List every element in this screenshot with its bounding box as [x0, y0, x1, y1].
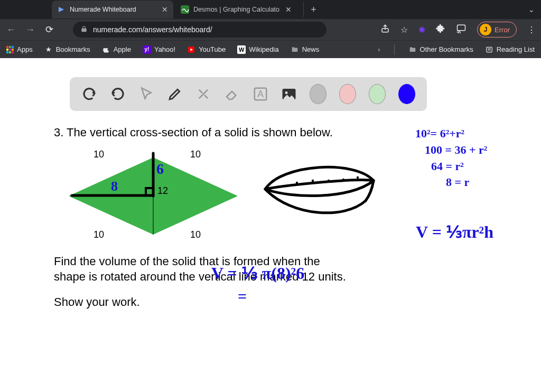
bookmark-label: Wikipedia — [249, 45, 278, 53]
svg-point-18 — [312, 179, 314, 181]
svg-point-12 — [285, 91, 288, 94]
cast-icon[interactable] — [456, 24, 467, 35]
svg-point-19 — [328, 179, 330, 181]
image-tool[interactable] — [281, 85, 297, 103]
calc-line: 10²= 6²+r² — [415, 126, 537, 142]
apple-icon — [102, 45, 110, 54]
bookmark-label: Other Bookmarks — [420, 45, 473, 53]
calc-line: 8 = r — [446, 174, 537, 191]
calc-line: 64 = r² — [431, 158, 537, 175]
apps-label: Apps — [17, 45, 33, 53]
tab-desmos[interactable]: Desmos | Graphing Calculato ✕ — [175, 1, 297, 18]
profile-error-pill[interactable]: J Error — [477, 22, 517, 38]
problem-title-text: The vertical cross-section of a solid is… — [67, 126, 333, 139]
volume-plugged: V = ⅓ π(8)²6 — [211, 263, 304, 283]
folder-icon — [408, 45, 417, 54]
text-tool[interactable]: A — [253, 85, 268, 103]
extensions-icon[interactable] — [436, 24, 445, 35]
eraser-tool[interactable] — [224, 85, 240, 103]
divider — [394, 44, 395, 55]
browser-chrome: Numerade Whiteboard ✕ Desmos | Graphing … — [0, 0, 541, 58]
svg-point-21 — [357, 176, 359, 178]
diagonal-label: 12 — [157, 185, 168, 197]
desmos-favicon — [181, 5, 189, 14]
svg-text:A: A — [257, 89, 264, 99]
profile-status: Error — [495, 26, 510, 34]
bookmark-wikipedia[interactable]: W Wikipedia — [237, 45, 278, 54]
bookmark-label: Yahoo! — [154, 45, 175, 53]
whiteboard-toolbar: A — [70, 77, 427, 111]
star-icon[interactable]: ☆ — [400, 25, 408, 35]
other-bookmarks[interactable]: Other Bookmarks — [408, 45, 473, 54]
list-icon — [485, 45, 493, 54]
numerade-favicon — [57, 5, 66, 14]
forward-button[interactable]: → — [24, 24, 36, 35]
tabs-overflow-button[interactable]: ⌄ — [528, 5, 535, 14]
settings-tool[interactable] — [195, 85, 211, 103]
tab-title: Desmos | Graphing Calculato — [193, 6, 279, 13]
redo-button[interactable] — [110, 85, 126, 103]
problem-number: 3. — [54, 126, 63, 139]
color-pink[interactable] — [339, 84, 356, 104]
apps-icon — [6, 46, 14, 53]
bookmark-label: YouTube — [199, 45, 226, 53]
rhombus-figure — [63, 151, 243, 241]
problem-title: 3. The vertical cross-section of a solid… — [54, 125, 424, 141]
side-calculations: 10²= 6²+r² 100 = 36 + r² 64 = r² 8 = r — [415, 126, 537, 210]
lock-icon — [80, 25, 88, 34]
hand-six: 6 — [156, 161, 164, 178]
apps-button[interactable]: Apps — [6, 45, 33, 53]
youtube-icon — [187, 45, 195, 54]
bookmark-yahoo[interactable]: y! Yahoo! — [143, 45, 175, 54]
tab-numerade[interactable]: Numerade Whiteboard ✕ — [52, 1, 173, 18]
problem-block: 3. The vertical cross-section of a solid… — [54, 125, 424, 315]
back-button[interactable]: ← — [5, 24, 17, 35]
sketch-bicone — [255, 148, 387, 227]
equals-line: = — [238, 287, 247, 305]
kebab-menu-icon[interactable]: ⋮ — [527, 25, 536, 35]
browser-toolbar: ← → ⟳ numerade.com/answers/whiteboard/ ☆… — [0, 19, 541, 40]
cursor-tool[interactable] — [138, 85, 154, 103]
color-blue[interactable] — [398, 84, 415, 104]
undo-button[interactable] — [81, 85, 97, 103]
avatar: J — [480, 24, 491, 35]
edge-label: 10 — [190, 229, 201, 240]
svg-point-17 — [296, 181, 298, 183]
bookmark-news[interactable]: News — [291, 45, 320, 54]
url-text: numerade.com/answers/whiteboard/ — [93, 25, 212, 34]
diagram-row: 10 10 10 10 12 6 8 — [54, 146, 424, 246]
close-icon[interactable]: ✕ — [285, 5, 292, 14]
svg-rect-3 — [458, 25, 465, 31]
bookmarks-bar: Apps ★ Bookmarks Apple y! Yahoo! YouTube… — [0, 40, 541, 58]
hand-eight: 8 — [111, 179, 118, 194]
bookmark-label: Bookmarks — [56, 45, 90, 53]
bookmark-youtube[interactable]: YouTube — [187, 45, 226, 54]
pen-tool[interactable] — [167, 85, 183, 103]
new-tab-button[interactable]: + — [303, 2, 318, 17]
close-icon[interactable]: ✕ — [162, 5, 168, 14]
color-green[interactable] — [369, 84, 386, 104]
bookmark-label: Apple — [114, 45, 131, 53]
edge-label: 10 — [190, 149, 201, 160]
folder-icon — [291, 45, 299, 54]
color-gray[interactable] — [310, 84, 327, 104]
bookmarks-overflow-icon[interactable]: › — [378, 45, 380, 53]
bookmark-label: News — [302, 45, 320, 53]
bookmark-bookmarks[interactable]: ★ Bookmarks — [44, 45, 90, 54]
page-content: A 3. The vertical cross-section of a sol… — [0, 58, 541, 392]
star-icon: ★ — [44, 45, 53, 54]
extension-icon[interactable]: ✺ — [418, 25, 425, 35]
calc-line: 100 = 36 + r² — [425, 142, 537, 158]
yahoo-icon: y! — [143, 45, 151, 54]
tab-strip: Numerade Whiteboard ✕ Desmos | Graphing … — [0, 0, 541, 19]
address-bar[interactable]: numerade.com/answers/whiteboard/ — [73, 22, 327, 38]
svg-marker-0 — [59, 7, 64, 12]
wikipedia-icon: W — [237, 45, 246, 54]
bookmark-apple[interactable]: Apple — [102, 45, 131, 54]
volume-formula: V = ⅓πr²h — [416, 222, 493, 242]
share-icon[interactable] — [380, 24, 390, 35]
reading-list[interactable]: Reading List — [485, 45, 535, 54]
bookmark-label: Reading List — [497, 45, 535, 53]
problem-prompt: Find the volume of the solid that is for… — [54, 254, 350, 285]
reload-button[interactable]: ⟳ — [43, 24, 55, 35]
